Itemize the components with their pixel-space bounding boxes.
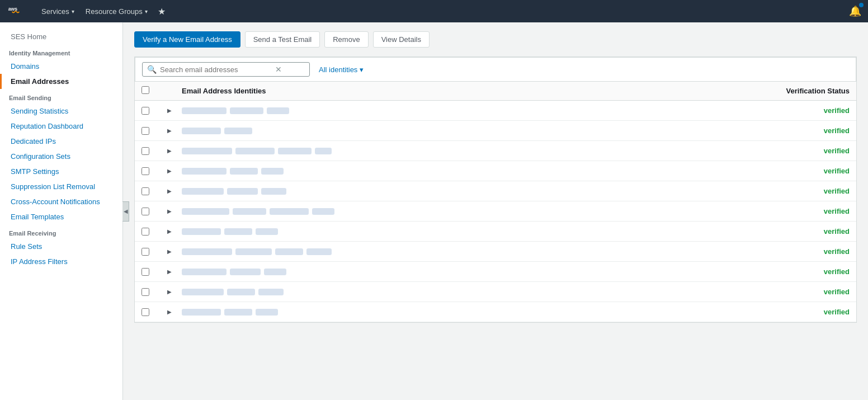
search-input[interactable] [160, 65, 272, 74]
sidebar-item-ses-home[interactable]: SES Home [0, 29, 122, 44]
row-select-checkbox[interactable] [141, 268, 149, 276]
row-checkbox-cell[interactable] [141, 167, 157, 175]
email-address-redacted [233, 208, 266, 215]
row-select-checkbox[interactable] [141, 308, 149, 316]
email-address-redacted [230, 168, 258, 175]
sidebar-item-reputation-dashboard[interactable]: Reputation Dashboard [0, 119, 122, 134]
email-address-redacted [182, 228, 221, 235]
row-select-checkbox[interactable] [141, 208, 149, 215]
services-chevron: ▾ [72, 8, 74, 15]
row-expand-btn[interactable]: ▶ [162, 289, 177, 295]
row-checkbox-cell[interactable] [141, 107, 157, 115]
select-all-checkbox[interactable] [141, 86, 149, 94]
suppression-list-label: Suppression List Removal [11, 182, 95, 191]
sidebar-item-configuration-sets[interactable]: Configuration Sets [0, 149, 122, 164]
email-address-redacted [182, 289, 224, 295]
sidebar-item-email-templates[interactable]: Email Templates [0, 209, 122, 224]
row-expand-btn[interactable]: ▶ [162, 248, 177, 255]
row-identity-cell [182, 208, 756, 215]
send-test-email-button[interactable]: Send a Test Email [245, 31, 320, 48]
resource-groups-label: Resource Groups [86, 7, 143, 16]
sidebar-item-email-addresses[interactable]: Email Addresses [0, 74, 122, 89]
row-expand-btn[interactable]: ▶ [162, 107, 177, 114]
table-row[interactable]: ▶verified [135, 161, 856, 181]
search-icon: 🔍 [147, 65, 157, 74]
sidebar-item-ip-address-filters[interactable]: IP Address Filters [0, 254, 122, 269]
favorites-icon[interactable]: ★ [153, 6, 170, 17]
search-clear-icon[interactable]: ✕ [275, 65, 282, 74]
row-select-checkbox[interactable] [141, 228, 149, 236]
row-checkbox-cell[interactable] [141, 208, 157, 215]
main-content: Verify a New Email Address Send a Test E… [123, 22, 868, 400]
email-address-redacted [261, 168, 284, 175]
table-row[interactable]: ▶verified [135, 201, 856, 222]
row-select-checkbox[interactable] [141, 127, 149, 135]
row-select-checkbox[interactable] [141, 147, 149, 155]
row-checkbox-cell[interactable] [141, 187, 157, 195]
row-checkbox-cell[interactable] [141, 248, 157, 256]
ip-address-filters-label: IP Address Filters [11, 257, 68, 266]
table-row[interactable]: ▶verified [135, 262, 856, 282]
row-expand-btn[interactable]: ▶ [162, 228, 177, 234]
table-row[interactable]: ▶verified [135, 302, 856, 322]
row-expand-btn[interactable]: ▶ [162, 309, 177, 315]
row-select-checkbox[interactable] [141, 167, 149, 175]
remove-button[interactable]: Remove [324, 31, 368, 48]
row-checkbox-cell[interactable] [141, 268, 157, 276]
row-select-checkbox[interactable] [141, 187, 149, 195]
sidebar-item-sending-statistics[interactable]: Sending Statistics [0, 103, 122, 119]
table-row[interactable]: ▶verified [135, 121, 856, 141]
table-row[interactable]: ▶verified [135, 222, 856, 242]
row-expand-btn[interactable]: ▶ [162, 188, 177, 194]
row-identity-cell [182, 107, 756, 114]
row-checkbox-cell[interactable] [141, 147, 157, 155]
email-address-redacted [256, 228, 278, 235]
row-select-checkbox[interactable] [141, 107, 149, 115]
svg-text:aws: aws [8, 6, 18, 12]
ses-home-label: SES Home [11, 32, 46, 41]
email-identities-table: 🔍 ✕ All identities ▾ Email Address Ident… [134, 57, 857, 323]
table-row[interactable]: ▶verified [135, 181, 856, 201]
header-checkbox-cell[interactable] [141, 86, 157, 96]
verify-email-button[interactable]: Verify a New Email Address [134, 31, 240, 48]
sidebar-section-identity-management: Identity Management [0, 44, 122, 59]
sidebar-item-dedicated-ips[interactable]: Dedicated IPs [0, 134, 122, 149]
view-details-button[interactable]: View Details [373, 31, 430, 48]
table-row[interactable]: ▶verified [135, 282, 856, 302]
row-checkbox-cell[interactable] [141, 308, 157, 316]
filter-dropdown-button[interactable]: All identities ▾ [314, 63, 368, 76]
row-checkbox-cell[interactable] [141, 228, 157, 236]
table-row[interactable]: ▶verified [135, 101, 856, 121]
row-expand-btn[interactable]: ▶ [162, 128, 177, 134]
row-select-checkbox[interactable] [141, 288, 149, 296]
resource-groups-chevron: ▾ [145, 8, 148, 15]
services-menu[interactable]: Services ▾ [36, 0, 80, 22]
table-body: ▶verified▶verified▶verified▶verified▶ver… [135, 101, 856, 322]
table-row[interactable]: ▶verified [135, 242, 856, 262]
sidebar-item-suppression-list[interactable]: Suppression List Removal [0, 179, 122, 194]
row-expand-btn[interactable]: ▶ [162, 168, 177, 174]
sidebar-item-rule-sets[interactable]: Rule Sets [0, 239, 122, 254]
search-bar: 🔍 ✕ All identities ▾ [135, 57, 856, 82]
notifications-icon[interactable]: 🔔 [849, 5, 861, 17]
row-expand-btn[interactable]: ▶ [162, 148, 177, 154]
sidebar-section-email-receiving: Email Receiving [0, 224, 122, 239]
row-select-checkbox[interactable] [141, 248, 149, 256]
row-checkbox-cell[interactable] [141, 127, 157, 135]
action-toolbar: Verify a New Email Address Send a Test E… [134, 31, 857, 48]
aws-logo[interactable]: aws [7, 4, 27, 18]
dedicated-ips-label: Dedicated IPs [11, 137, 56, 145]
email-address-redacted [267, 107, 289, 114]
sidebar-item-domains[interactable]: Domains [0, 59, 122, 74]
sidebar-item-cross-account[interactable]: Cross-Account Notifications [0, 194, 122, 209]
row-identity-cell [182, 248, 756, 255]
sidebar-item-smtp-settings[interactable]: SMTP Settings [0, 164, 122, 179]
row-expand-btn[interactable]: ▶ [162, 269, 177, 275]
email-address-redacted [256, 309, 278, 316]
row-expand-btn[interactable]: ▶ [162, 208, 177, 214]
sidebar-collapse-btn[interactable]: ◀ [122, 201, 129, 222]
row-identity-cell [182, 289, 756, 295]
resource-groups-menu[interactable]: Resource Groups ▾ [80, 0, 153, 22]
table-row[interactable]: ▶verified [135, 141, 856, 161]
row-checkbox-cell[interactable] [141, 288, 157, 296]
